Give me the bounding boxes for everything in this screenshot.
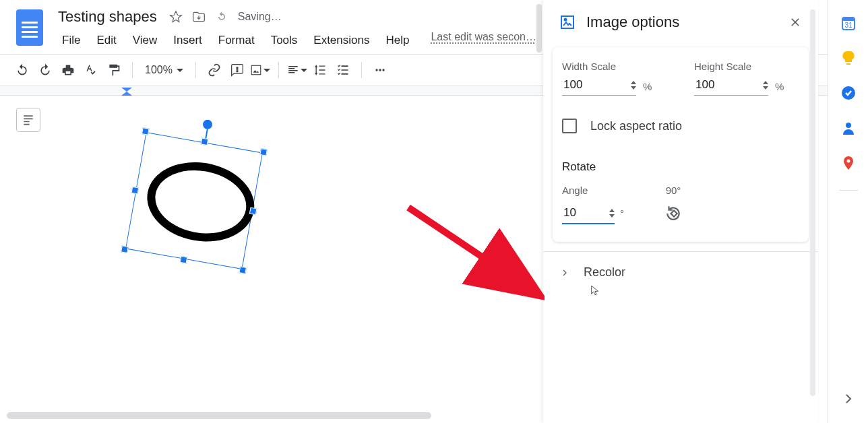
recolor-label: Recolor [584,265,625,280]
hide-sidebar-icon[interactable] [840,391,857,407]
svg-point-19 [846,160,850,163]
svg-rect-12 [671,210,677,216]
resize-handle-tr[interactable] [259,148,268,156]
height-scale-field[interactable] [694,77,768,96]
svg-point-18 [846,123,851,128]
width-scale-input[interactable] [562,77,602,92]
indent-marker[interactable] [121,88,132,96]
rotate-90-button[interactable] [664,204,682,222]
height-scale-input[interactable] [694,77,735,92]
image-options-panel: Image options Width Scale % Height Scale [543,0,818,423]
svg-rect-14 [842,18,855,21]
percent-unit: % [775,81,784,92]
percent-unit: % [643,81,652,92]
angle-spinner[interactable] [609,209,615,218]
panel-scrollbar-left[interactable] [536,4,542,53]
tasks-icon[interactable] [840,85,857,101]
selected-shape[interactable] [116,123,272,279]
image-options-icon [559,14,576,30]
rotate-heading: Rotate [562,160,799,174]
maps-icon[interactable] [840,155,857,171]
svg-point-6 [379,69,381,71]
print-button[interactable] [58,60,78,80]
recolor-section[interactable]: Recolor [543,251,818,293]
svg-marker-8 [121,88,132,92]
degree-unit: ° [620,207,624,219]
resize-handle-tl[interactable] [142,127,150,135]
side-apps-bar: 31 [828,0,868,423]
cloud-sync-icon [215,10,228,24]
menu-file[interactable]: File [55,31,87,50]
zoom-select[interactable]: 100% [141,64,187,76]
menu-view[interactable]: View [126,31,164,50]
menu-edit[interactable]: Edit [90,31,123,50]
width-scale-label: Width Scale [562,61,667,72]
svg-point-7 [382,69,384,71]
menu-format[interactable]: Format [212,31,261,50]
close-panel-button[interactable] [788,15,802,29]
angle-input[interactable] [562,205,582,220]
menu-tools[interactable]: Tools [264,31,305,50]
menu-extensions[interactable]: Extensions [307,31,376,50]
width-scale-field[interactable] [562,77,636,96]
checklist-button[interactable] [333,60,353,80]
undo-button[interactable] [12,60,32,80]
cursor-icon [590,285,600,296]
docs-logo[interactable] [16,9,43,46]
outline-toggle[interactable] [16,108,40,132]
keep-icon[interactable] [840,50,857,66]
calendar-icon[interactable]: 31 [840,15,857,31]
spellcheck-button[interactable] [81,60,101,80]
line-spacing-button[interactable] [310,60,330,80]
more-button[interactable] [370,60,390,80]
move-icon[interactable] [192,10,206,24]
align-button[interactable] [287,60,307,80]
comment-button[interactable] [227,60,247,80]
svg-point-11 [565,19,567,21]
panel-scrollbar-right[interactable] [810,9,815,396]
resize-handle-b[interactable] [180,256,188,264]
saving-status: Saving… [238,11,282,23]
width-scale-spinner[interactable] [631,81,636,90]
resize-handle-br[interactable] [239,266,247,274]
svg-text:31: 31 [844,22,852,29]
svg-rect-16 [846,63,850,65]
image-button[interactable] [250,60,270,80]
contacts-icon[interactable] [840,120,857,136]
last-edit-link[interactable]: Last edit was secon… [431,31,536,50]
angle-label: Angle [562,185,624,196]
rotate-handle[interactable] [202,119,213,130]
svg-point-5 [375,69,377,71]
svg-rect-4 [251,65,261,75]
resize-handle-r[interactable] [249,207,257,216]
paint-format-button[interactable] [104,60,124,80]
doc-title[interactable]: Testing shapes [55,8,160,26]
star-icon[interactable] [169,10,183,24]
height-scale-spinner[interactable] [763,81,768,90]
horizontal-scrollbar[interactable] [7,412,431,419]
menu-help[interactable]: Help [379,31,416,50]
menu-insert[interactable]: Insert [166,31,209,50]
height-scale-label: Height Scale [694,61,799,72]
resize-handle-bl[interactable] [121,245,129,253]
svg-rect-10 [561,16,574,28]
angle-field[interactable] [562,205,615,224]
resize-handle-l[interactable] [131,187,140,195]
panel-title: Image options [586,13,778,31]
chevron-right-icon [559,267,570,278]
link-button[interactable] [204,60,224,80]
rotate-90-label: 90° [664,185,682,196]
lock-aspect-label: Lock aspect ratio [590,119,682,133]
resize-handle-t[interactable] [201,138,209,146]
lock-aspect-checkbox[interactable] [562,119,577,133]
redo-button[interactable] [35,60,55,80]
